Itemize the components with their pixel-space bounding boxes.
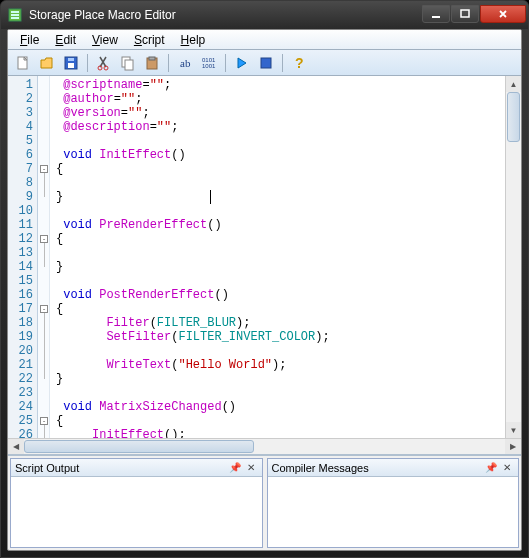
- code-line[interactable]: {: [56, 414, 499, 428]
- fold-guide: [44, 425, 45, 438]
- code-line[interactable]: }: [56, 260, 499, 274]
- minimize-button[interactable]: [422, 5, 450, 23]
- line-number: 25: [8, 414, 33, 428]
- menu-help[interactable]: Help: [173, 31, 214, 49]
- panel-title: Compiler Messages: [272, 462, 483, 474]
- code-line[interactable]: WriteText("Hello World");: [56, 358, 499, 372]
- scroll-left-button[interactable]: ◀: [8, 439, 24, 454]
- svg-text:?: ?: [295, 55, 304, 71]
- line-number: 13: [8, 246, 33, 260]
- code-line[interactable]: void PreRenderEffect(): [56, 218, 499, 232]
- binary-button[interactable]: 01011001: [198, 52, 220, 74]
- menubar: FileEditViewScriptHelp: [8, 30, 521, 50]
- code-line[interactable]: [56, 176, 499, 190]
- code-line[interactable]: Filter(FILTER_BLUR);: [56, 316, 499, 330]
- code-line[interactable]: SetFilter(FILTER_INVERT_COLOR);: [56, 330, 499, 344]
- scroll-right-button[interactable]: ▶: [505, 439, 521, 454]
- menu-file[interactable]: File: [12, 31, 47, 49]
- panel-header[interactable]: Compiler Messages 📌 ✕: [268, 459, 519, 477]
- code-line[interactable]: @description="";: [56, 120, 499, 134]
- vertical-scroll-thumb[interactable]: [507, 92, 520, 142]
- toolbar-separator: [225, 54, 226, 72]
- save-button[interactable]: [60, 52, 82, 74]
- panel-body[interactable]: [268, 477, 519, 547]
- code-line[interactable]: @version="";: [56, 106, 499, 120]
- line-number: 6: [8, 148, 33, 162]
- close-button[interactable]: [480, 5, 526, 23]
- code-line[interactable]: }: [56, 372, 499, 386]
- close-icon[interactable]: ✕: [500, 461, 514, 475]
- vertical-scrollbar[interactable]: ▲ ▼: [505, 76, 521, 438]
- new-button[interactable]: [12, 52, 34, 74]
- panel-title: Script Output: [15, 462, 226, 474]
- script-output-panel: Script Output 📌 ✕: [10, 458, 263, 548]
- code-line[interactable]: [56, 204, 499, 218]
- maximize-button[interactable]: [451, 5, 479, 23]
- cut-button[interactable]: [93, 52, 115, 74]
- code-line[interactable]: {: [56, 162, 499, 176]
- code-line[interactable]: InitEffect();: [56, 428, 499, 438]
- code-line[interactable]: void PostRenderEffect(): [56, 288, 499, 302]
- svg-text:ab: ab: [180, 57, 191, 69]
- svg-rect-4: [432, 16, 440, 18]
- line-number: 3: [8, 106, 33, 120]
- line-number: 22: [8, 372, 33, 386]
- scroll-down-button[interactable]: ▼: [506, 422, 521, 438]
- panel-header[interactable]: Script Output 📌 ✕: [11, 459, 262, 477]
- line-number: 24: [8, 400, 33, 414]
- code-line[interactable]: [56, 274, 499, 288]
- code-line[interactable]: [56, 344, 499, 358]
- code-line[interactable]: }: [56, 190, 499, 204]
- run-button[interactable]: [231, 52, 253, 74]
- close-icon[interactable]: ✕: [244, 461, 258, 475]
- code-editor[interactable]: @scriptname=""; @author=""; @version="";…: [50, 76, 505, 438]
- code-line[interactable]: [56, 246, 499, 260]
- line-number-gutter: 1234567891011121314151617181920212223242…: [8, 76, 38, 438]
- fold-column[interactable]: ----: [38, 76, 50, 438]
- menu-script[interactable]: Script: [126, 31, 173, 49]
- svg-rect-15: [149, 57, 155, 60]
- char-button[interactable]: ab: [174, 52, 196, 74]
- fold-toggle[interactable]: -: [40, 305, 48, 313]
- code-line[interactable]: [56, 134, 499, 148]
- fold-toggle[interactable]: -: [40, 235, 48, 243]
- code-line[interactable]: @scriptname="";: [56, 78, 499, 92]
- line-number: 11: [8, 218, 33, 232]
- code-line[interactable]: void MatrixSizeChanged(): [56, 400, 499, 414]
- menu-edit[interactable]: Edit: [47, 31, 84, 49]
- code-line[interactable]: {: [56, 302, 499, 316]
- pin-icon[interactable]: 📌: [484, 461, 498, 475]
- svg-rect-9: [68, 58, 74, 61]
- line-number: 7: [8, 162, 33, 176]
- horizontal-scrollbar[interactable]: ◀ ▶: [8, 438, 521, 454]
- svg-rect-2: [11, 14, 19, 16]
- menu-view[interactable]: View: [84, 31, 126, 49]
- panel-body[interactable]: [11, 477, 262, 547]
- fold-toggle[interactable]: -: [40, 165, 48, 173]
- window-controls: [421, 5, 526, 25]
- code-line[interactable]: {: [56, 232, 499, 246]
- pin-icon[interactable]: 📌: [228, 461, 242, 475]
- svg-rect-3: [11, 17, 19, 19]
- window-title: Storage Place Macro Editor: [29, 8, 421, 22]
- stop-button[interactable]: [255, 52, 277, 74]
- toolbar: ab01011001?: [8, 50, 521, 76]
- fold-toggle[interactable]: -: [40, 417, 48, 425]
- line-number: 9: [8, 190, 33, 204]
- scroll-up-button[interactable]: ▲: [506, 76, 521, 92]
- line-number: 18: [8, 316, 33, 330]
- titlebar[interactable]: Storage Place Macro Editor: [1, 1, 528, 29]
- code-line[interactable]: void InitEffect(): [56, 148, 499, 162]
- horizontal-scroll-thumb[interactable]: [24, 440, 254, 453]
- copy-button[interactable]: [117, 52, 139, 74]
- editor-area: 1234567891011121314151617181920212223242…: [8, 76, 521, 438]
- open-button[interactable]: [36, 52, 58, 74]
- paste-button[interactable]: [141, 52, 163, 74]
- svg-rect-5: [461, 10, 469, 17]
- client-area: FileEditViewScriptHelp ab01011001? 12345…: [7, 29, 522, 551]
- hscroll-track[interactable]: [24, 439, 505, 454]
- svg-rect-1: [11, 11, 19, 13]
- code-line[interactable]: [56, 386, 499, 400]
- code-line[interactable]: @author="";: [56, 92, 499, 106]
- help-button[interactable]: ?: [288, 52, 310, 74]
